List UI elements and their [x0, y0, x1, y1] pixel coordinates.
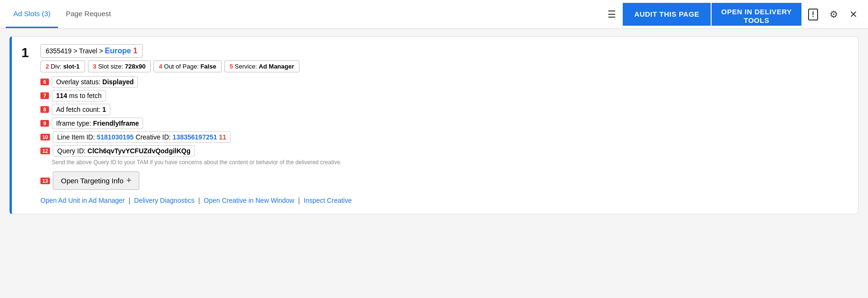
sep-2: |: [198, 197, 200, 204]
main-content: 1 6355419 > Travel > Europe 1 2 Div: slo…: [0, 29, 868, 298]
audit-btn-label: AUDIT THIS PAGE: [634, 10, 699, 18]
header: Ad Slots (3) Page Request ☰ AUDIT THIS P…: [0, 0, 868, 29]
tag-out-of-page: 4 Out of Page: False: [154, 60, 222, 72]
targeting-btn-label: Open Targeting Info: [61, 177, 123, 185]
feedback-icon: !: [808, 9, 818, 20]
slot-details: 6355419 > Travel > Europe 1 2 Div: slot-…: [40, 44, 849, 204]
query-id-text: Query ID: ClCh6qvTyvYCFUZdvQodgilKQg: [53, 145, 195, 157]
tab-page-request-label: Page Request: [66, 10, 111, 18]
row-fetch-count: 8 Ad fetch count: 1: [40, 104, 849, 115]
open-targeting-info-button[interactable]: Open Targeting Info +: [53, 171, 139, 190]
open-delivery-line1: OPEN IN DELIVERY: [721, 8, 791, 16]
slot-name: Europe: [105, 47, 131, 55]
row-iframe-type: 9 Iframe type: FriendlyIframe: [40, 118, 849, 129]
inspect-creative-link[interactable]: Inspect Creative: [304, 197, 352, 204]
tag-slot-size: 3 Slot size: 728x90: [88, 60, 151, 72]
breadcrumb-row: 6355419 > Travel > Europe 1: [40, 44, 849, 58]
row-query-id: 12 Query ID: ClCh6qvTyvYCFUZdvQodgilKQg: [40, 145, 849, 157]
slot-name-number: 1: [133, 47, 137, 55]
tag-service: 5 Service: Ad Manager: [224, 60, 299, 72]
ad-slot-card-1: 1 6355419 > Travel > Europe 1 2 Div: slo…: [10, 36, 858, 214]
breadcrumb-box: 6355419 > Travel > Europe 1: [40, 44, 143, 58]
settings-button[interactable]: ⚙: [825, 6, 843, 23]
info-tags-row: 2 Div: slot-1 3 Slot size: 728x90 4 Out …: [40, 60, 849, 72]
open-delivery-tools-button[interactable]: OPEN IN DELIVERY TOOLS: [712, 3, 801, 26]
gear-icon: ⚙: [829, 9, 838, 20]
tab-bar: Ad Slots (3) Page Request: [6, 0, 303, 28]
iframe-type-text: Iframe type: FriendlyIframe: [52, 118, 143, 129]
sep-3: |: [298, 197, 300, 204]
tab-ad-slots[interactable]: Ad Slots (3): [6, 0, 58, 28]
hamburger-icon: ☰: [608, 9, 616, 20]
footer-links: Open Ad Unit in Ad Manager | Delivery Di…: [40, 197, 849, 204]
sep-1: |: [128, 197, 130, 204]
row-overlay-status: 6 Overlay status: Displayed: [40, 76, 849, 88]
open-delivery-line2: TOOLS: [744, 16, 770, 24]
targeting-btn-row: 13 Open Targeting Info +: [40, 171, 849, 190]
targeting-plus-icon: +: [126, 176, 132, 186]
row-line-item: 10 Line Item ID: 5181030195 Creative ID:…: [40, 131, 849, 143]
close-button[interactable]: ✕: [845, 6, 862, 23]
close-icon: ✕: [849, 9, 858, 20]
overlay-status-text: Overlay status: Displayed: [52, 76, 138, 88]
audit-this-page-button[interactable]: AUDIT THIS PAGE: [623, 3, 711, 26]
hamburger-button[interactable]: ☰: [601, 5, 623, 24]
breadcrumb-text: 6355419 > Travel >: [46, 47, 103, 55]
query-id-note: Send the above Query ID to your TAM if y…: [52, 159, 849, 166]
open-ad-unit-link[interactable]: Open Ad Unit in Ad Manager: [40, 197, 125, 204]
fetch-count-text: Ad fetch count: 1: [52, 104, 110, 115]
slot-name-link[interactable]: Europe 1: [105, 47, 137, 55]
tab-page-request[interactable]: Page Request: [58, 0, 118, 28]
line-item-text: Line Item ID: 5181030195 Creative ID: 13…: [53, 131, 231, 143]
tab-ad-slots-label: Ad Slots (3): [13, 10, 50, 18]
tag-div: 2 Div: slot-1: [40, 60, 85, 72]
open-creative-new-window-link[interactable]: Open Creative in New Window: [204, 197, 295, 204]
ms-fetch-text: 114 ms to fetch: [52, 90, 106, 101]
feedback-button[interactable]: !: [803, 6, 823, 22]
row-ms-fetch: 7 114 ms to fetch: [40, 90, 849, 101]
delivery-diagnostics-link[interactable]: Delivery Diagnostics: [134, 197, 194, 204]
slot-number: 1: [21, 44, 33, 204]
